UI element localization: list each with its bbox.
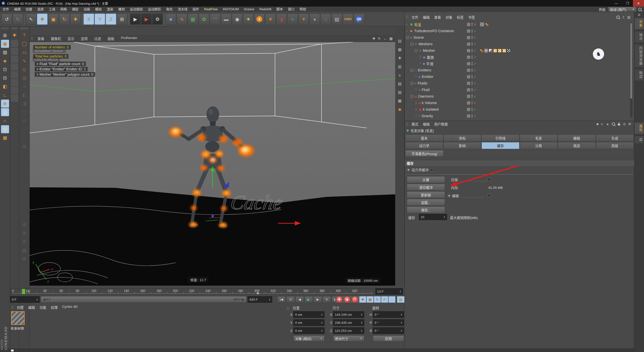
palette-grip[interactable]	[20, 27, 28, 30]
end-frame-field[interactable]: 430 F ▲▼	[248, 296, 272, 303]
spinner-arrows[interactable]: ▲▼	[359, 329, 363, 332]
panel-tab-内容浏览器[interactable]: 内容浏览器	[635, 44, 644, 68]
render-picture-viewer-button[interactable]: ▶	[141, 14, 152, 25]
palette-extra-5-icon[interactable]: ⊠	[20, 255, 28, 263]
add-floor-menu[interactable]: ▬	[221, 14, 231, 25]
dots-tag[interactable]	[485, 23, 489, 26]
zoom-view-icon[interactable]: ↔	[383, 36, 387, 40]
menu-item-书签[interactable]: 书签	[466, 15, 477, 20]
am-lock-icon[interactable]	[618, 124, 620, 125]
visibility-controls[interactable]: ✓	[467, 47, 476, 54]
am-up-icon[interactable]: ▲	[606, 122, 609, 126]
menu-item-帮助[interactable]: 帮助	[297, 7, 309, 12]
visibility-controls[interactable]: ✓	[467, 86, 476, 93]
tree-row[interactable]: └≈Fluid✓	[405, 86, 633, 93]
visibility-dots[interactable]	[471, 95, 473, 98]
record-keyframe-button[interactable]: ✽	[336, 296, 343, 303]
menu-item-动画[interactable]: 动画	[81, 7, 93, 12]
script-manager-button[interactable]: ▤	[332, 14, 342, 25]
key-position-button[interactable]: ✚	[359, 296, 366, 303]
edit-option[interactable]: 编辑	[448, 193, 491, 198]
menu-item-工具[interactable]: 工具	[46, 7, 58, 12]
lock-y-axis-button[interactable]: Y	[95, 14, 105, 25]
layer-chip[interactable]	[467, 23, 470, 26]
menu-item-窗口[interactable]: 窗口	[286, 7, 297, 12]
layer-chip[interactable]	[467, 68, 470, 72]
coord-field-位置-Z[interactable]: 0 cm▲▼	[293, 327, 325, 334]
viewport-menu-选项[interactable]: 选项	[78, 36, 91, 41]
tree-row[interactable]: −●Scene✓	[405, 34, 633, 41]
visibility-dots[interactable]	[471, 62, 473, 65]
attribute-tab-动力学[interactable]: 动力学	[405, 142, 443, 149]
workplane-mode-icon[interactable]: ◈	[1, 57, 9, 65]
attribute-tab-挑选[interactable]: 挑选	[558, 142, 596, 149]
enable-axis-icon[interactable]: ∟	[1, 91, 9, 99]
render-settings-button[interactable]: ⚙	[152, 14, 163, 25]
panel-grip[interactable]	[406, 15, 408, 19]
palette-extra-4-icon[interactable]: ▤	[20, 246, 28, 254]
visibility-controls[interactable]: ✓	[467, 93, 476, 100]
interface-dropdown[interactable]: 启动 (用户) ▼	[608, 7, 636, 12]
layer-chip[interactable]	[467, 49, 470, 53]
menu-item-Redshift[interactable]: Redshift	[257, 7, 274, 12]
add-camera-menu[interactable]: ◉	[232, 14, 243, 25]
om-search-icon[interactable]	[616, 16, 620, 19]
layer-chip[interactable]	[467, 108, 470, 111]
layer-chip[interactable]	[467, 29, 470, 33]
checker-tag[interactable]	[498, 49, 502, 53]
add-generator-menu[interactable]: ▦	[188, 14, 198, 25]
attribute-tab-毛发[interactable]: 毛发	[520, 135, 558, 142]
spinner-arrows[interactable]: ▲▼	[399, 329, 402, 332]
panel-grip[interactable]	[287, 307, 289, 310]
menu-item-纹理[interactable]: 纹理	[49, 305, 60, 310]
tree-row[interactable]: –✾毛发✗	[405, 21, 633, 28]
enabled-icon[interactable]: ✓	[474, 36, 476, 39]
menu-item-文件[interactable]: 文件	[0, 7, 12, 12]
menu-item-标签[interactable]: 标签	[455, 15, 466, 20]
model-mode-icon[interactable]: ▣	[1, 40, 9, 48]
keyframe-presets-button[interactable]: ?	[352, 296, 358, 303]
enabled-icon[interactable]: ✓	[474, 95, 476, 98]
expand-toggle-icon[interactable]: −	[411, 43, 413, 46]
frame-range-slider[interactable]: ◀ 0 F 430 F ▶	[41, 296, 247, 303]
tree-row[interactable]: −∴Emitters✓	[405, 67, 633, 73]
last-used-tool[interactable]: ✚	[70, 14, 81, 25]
lock-z-axis-button[interactable]: Z	[106, 14, 116, 25]
viewport-menu-摄像机[interactable]: 摄像机	[48, 36, 64, 41]
material-thumbnail[interactable]	[11, 311, 25, 325]
coord-field-位置-X[interactable]: 0 cm▲▼	[293, 311, 325, 318]
enabled-icon[interactable]: ✓	[474, 68, 476, 72]
am-search-icon[interactable]	[612, 122, 615, 126]
brush-tag[interactable]	[489, 49, 493, 53]
tree-row[interactable]: └■Emitter✓	[405, 73, 633, 80]
visibility-dots[interactable]	[471, 36, 473, 39]
visibility-controls[interactable]: ✓	[467, 80, 476, 86]
visibility-controls[interactable]: ✓	[467, 54, 476, 60]
spinner-arrows[interactable]: ▲▼	[442, 216, 445, 218]
expand-toggle-icon[interactable]: −	[406, 36, 409, 39]
menu-item-查看[interactable]: 查看	[432, 15, 443, 20]
enabled-icon[interactable]: ✓	[474, 88, 476, 92]
visibility-controls[interactable]: ✓	[467, 28, 476, 34]
dynamics-cache-toggle[interactable]: 动力学缓冲	[407, 167, 433, 172]
vp-filter-6-icon[interactable]: ▩	[396, 97, 404, 105]
key-pla-button[interactable]: ∷	[388, 296, 395, 303]
help-cursor-icon[interactable]: ?	[20, 31, 28, 39]
visibility-dots[interactable]	[471, 101, 473, 104]
coord-field-尺寸-Y[interactable]: 236.435 cm▲▼	[333, 319, 364, 326]
am-forward-icon[interactable]: ▶	[601, 122, 603, 126]
spinner-arrows[interactable]: ▲▼	[399, 321, 402, 324]
enabled-icon[interactable]: ✓	[474, 49, 476, 53]
layer-chip[interactable]	[467, 62, 470, 66]
add-stage-menu[interactable]: ▮	[276, 14, 287, 25]
visibility-controls[interactable]: ✗	[467, 21, 476, 28]
add-circle-spline-menu[interactable]: ◌	[320, 14, 331, 25]
visibility-controls[interactable]: ✓	[467, 34, 476, 41]
coord-field-位置-Y[interactable]: 0 cm▲▼	[293, 319, 325, 326]
edit-checkbox[interactable]	[488, 194, 491, 197]
menu-item-Cycles 4D[interactable]: Cycles 4D	[60, 305, 80, 310]
panel-grip[interactable]	[406, 122, 408, 126]
key-parameter-button[interactable]: P	[381, 296, 388, 303]
menu-item-创建[interactable]: 创建	[23, 7, 35, 12]
move-tool[interactable]: ✚	[37, 14, 48, 25]
